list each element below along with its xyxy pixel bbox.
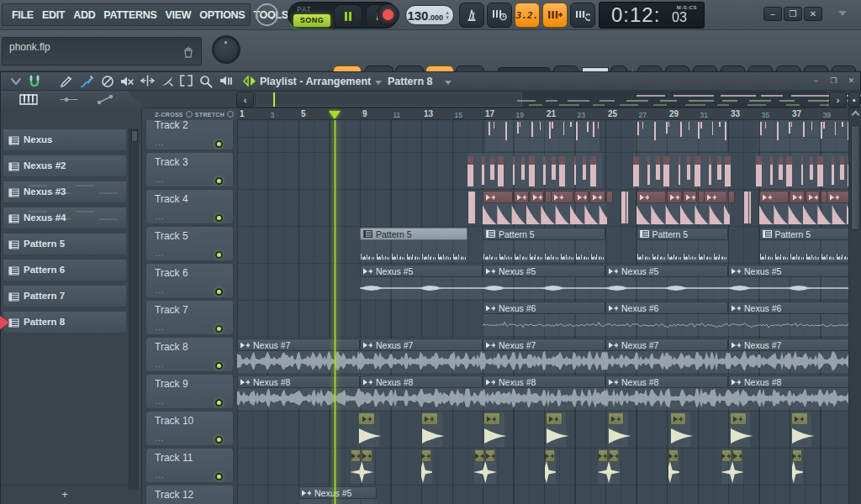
toolbar-options-chevron-icon[interactable] xyxy=(838,11,847,16)
menu-add[interactable]: ADD xyxy=(69,9,99,21)
playlist-close-button[interactable]: ✕ xyxy=(845,76,858,87)
track-header-track-6[interactable]: Track 6... xyxy=(145,263,234,298)
clip-riser-3[interactable] xyxy=(546,412,563,425)
song-mode-button[interactable]: SONG xyxy=(293,14,330,27)
draw-tool-icon[interactable] xyxy=(60,75,73,88)
pattern-chevron-icon[interactable] xyxy=(445,81,452,85)
clip-sparkle-0[interactable] xyxy=(351,449,361,462)
menu-view[interactable]: VIEW xyxy=(161,9,195,21)
menu-file[interactable]: FILE xyxy=(8,9,38,21)
track-led[interactable] xyxy=(215,436,223,444)
track-led[interactable] xyxy=(215,214,223,222)
arrangement-chevron-icon[interactable] xyxy=(375,81,382,85)
kick-clip-header[interactable] xyxy=(530,191,544,203)
playlist-grid[interactable]: Pattern 5Pattern 5Pattern 5Pattern 5Nexu… xyxy=(237,120,848,504)
kick-clip-header[interactable] xyxy=(483,191,513,203)
paint-tool-icon[interactable] xyxy=(80,75,94,88)
clip-nexus-#8-0[interactable]: Nexus #8 xyxy=(237,375,360,388)
timeline-ruler[interactable]: 13579111315171921232527293133353739 xyxy=(237,108,848,120)
clip-nexus-#5-1[interactable]: Nexus #5 xyxy=(483,265,605,277)
scroll-right-button[interactable]: › xyxy=(829,92,847,108)
kick-clip-header[interactable] xyxy=(683,191,697,203)
tempo-spinner[interactable]: ▲▼ xyxy=(445,10,450,20)
kick-clip-header[interactable] xyxy=(667,191,682,203)
clip-sparkle-3[interactable] xyxy=(545,449,555,462)
track-header-track-9[interactable]: Track 9... xyxy=(145,374,234,409)
slip-tool-icon[interactable] xyxy=(140,75,155,87)
track-header-track-2[interactable]: Track 2... xyxy=(145,120,234,150)
track-header-track-5[interactable]: Track 5... xyxy=(145,226,234,261)
clip-nexus-#5-0[interactable]: Nexus #5 xyxy=(360,265,483,277)
track-header-track-11[interactable]: Track 11... xyxy=(145,448,234,483)
tab-automation-icon[interactable] xyxy=(97,94,115,105)
clip-riser-1[interactable] xyxy=(421,412,438,425)
cpu-meter-knob[interactable] xyxy=(256,3,278,26)
clip-nexus-#5-2[interactable]: Nexus #5 xyxy=(605,265,728,277)
track-header-track-12[interactable]: Track 12... xyxy=(145,485,234,504)
playlist-menu-chevron-icon[interactable] xyxy=(11,78,21,86)
menu-patterns[interactable]: PATTERNS xyxy=(99,9,161,21)
sparkle-badge[interactable] xyxy=(732,449,742,462)
blend-notes-button[interactable] xyxy=(542,3,568,28)
stretch-toggle[interactable] xyxy=(227,111,234,118)
master-pitch-knob[interactable] xyxy=(212,35,240,64)
sparkle-badge[interactable] xyxy=(485,449,495,462)
scroll-left-button[interactable]: ‹ xyxy=(236,92,254,108)
overview-viewport[interactable] xyxy=(256,92,522,107)
clip-sparkle-1[interactable] xyxy=(421,449,431,462)
kick-clip-header[interactable] xyxy=(551,191,573,203)
track-led[interactable] xyxy=(215,288,223,296)
pattern-item-4[interactable]: Nexus #4 xyxy=(3,207,127,229)
metronome-button[interactable] xyxy=(459,3,484,28)
track-led[interactable] xyxy=(215,140,223,148)
scroll-up-icon[interactable] xyxy=(852,111,860,119)
overview-options-button[interactable]: ▪ xyxy=(848,92,860,108)
play-pause-button[interactable] xyxy=(334,4,362,28)
clip-nexus-#5-3[interactable]: Nexus #5 xyxy=(728,265,848,277)
kick-clip-header[interactable] xyxy=(514,191,529,203)
track-led[interactable] xyxy=(215,399,223,407)
kick-clip-header[interactable] xyxy=(704,191,726,203)
clip-sparkle-4[interactable] xyxy=(598,449,608,462)
pattern-item-8[interactable]: Pattern 8 xyxy=(3,311,127,333)
track-header-track-4[interactable]: Track 4... xyxy=(145,189,234,224)
delete-tool-icon[interactable] xyxy=(101,75,114,88)
playlist-titlebar[interactable]: Playlist - Arrangement Pattern 8 – ❐ ✕ xyxy=(1,72,860,91)
app-close-button[interactable]: ✕ xyxy=(804,7,822,21)
select-tool-icon[interactable] xyxy=(180,75,193,87)
zcross-toggle[interactable] xyxy=(186,111,193,118)
tempo-display[interactable]: 130.000 ▲▼ xyxy=(405,5,454,25)
sparkle-badge[interactable] xyxy=(609,449,619,462)
playlist-vscrollbar[interactable] xyxy=(848,108,861,504)
mute-tool-icon[interactable] xyxy=(120,75,135,88)
clip-pattern-5-2[interactable]: Pattern 5 xyxy=(637,228,729,240)
clip-nexus-#8-1[interactable]: Nexus #8 xyxy=(360,375,483,388)
playhead-marker[interactable] xyxy=(329,111,341,119)
app-minimize-button[interactable]: – xyxy=(763,7,782,21)
time-display[interactable]: 0:12: 03 M:S:CS xyxy=(599,2,705,29)
track-led[interactable] xyxy=(215,473,223,480)
playlist-title[interactable]: Playlist - Arrangement xyxy=(260,76,371,87)
clip-pattern-5-0[interactable]: Pattern 5 xyxy=(360,228,467,240)
loop-record-button[interactable] xyxy=(570,3,595,28)
clip-riser-6[interactable] xyxy=(730,412,747,425)
clip-pattern-5-3[interactable]: Pattern 5 xyxy=(759,228,849,240)
clip-sparkle-2[interactable] xyxy=(474,449,484,462)
track-led[interactable] xyxy=(215,177,223,185)
clip-sparkle-6[interactable] xyxy=(721,449,732,462)
picker-scrollbar[interactable] xyxy=(129,129,139,490)
pattern-item-5[interactable]: Pattern 5 xyxy=(3,233,127,255)
clip-nexus-#7-4[interactable]: Nexus #7 xyxy=(728,339,848,351)
track-led[interactable] xyxy=(215,251,223,259)
pattern-selector[interactable]: Pattern 8 xyxy=(388,76,433,87)
clip-nexus-#7-3[interactable]: Nexus #7 xyxy=(605,339,728,351)
clip-nexus-#6-1[interactable]: Nexus #6 xyxy=(605,302,728,314)
slice-tool-icon[interactable] xyxy=(161,75,174,88)
kick-clip-header[interactable] xyxy=(637,191,667,203)
track-header-track-7[interactable]: Track 7... xyxy=(145,300,234,335)
kick-clip-header[interactable] xyxy=(574,191,589,203)
playlist-maximize-button[interactable]: ❐ xyxy=(827,76,840,87)
sparkle-badge[interactable] xyxy=(362,449,372,462)
tab-patterns-icon[interactable] xyxy=(19,94,38,105)
pat-mode-button[interactable]: PAT xyxy=(297,5,311,13)
